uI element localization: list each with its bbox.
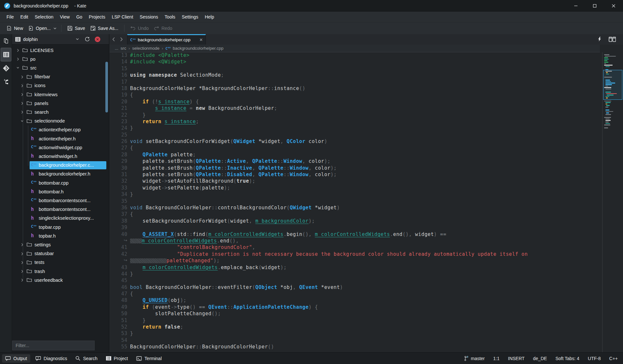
project-close-icon[interactable] xyxy=(95,36,100,42)
tree-item-actiontexthelper-cpp[interactable]: C++actiontexthelper.cpp xyxy=(12,125,109,134)
code-line[interactable]: 53} xyxy=(110,331,602,337)
tab-backgroundcolorhelper[interactable]: C++ backgroundcolorhelper.cpp ✕ xyxy=(127,34,206,45)
chevron-right-icon[interactable] xyxy=(17,48,19,52)
code-line[interactable]: 35 xyxy=(110,198,602,205)
code-line[interactable]: 28 QPalette palette; xyxy=(110,152,602,158)
tree-item-panels[interactable]: panels xyxy=(12,99,109,108)
code-line[interactable]: 51 } xyxy=(110,318,602,324)
menu-file[interactable]: File xyxy=(3,13,17,21)
code-view[interactable]: 13#include <QPalette>14#include <QWidget… xyxy=(110,52,602,352)
tree-item-selectionmode[interactable]: selectionmode xyxy=(12,117,109,125)
tree-filter-input[interactable] xyxy=(12,341,95,350)
code-line[interactable]: 21 s_instance = new BackgroundColorHelpe… xyxy=(110,105,602,112)
tree-item-actionwithwidget-h[interactable]: hactionwithwidget.h xyxy=(12,152,109,161)
menu-sessions[interactable]: Sessions xyxy=(137,13,162,21)
code-line[interactable]: 22 } xyxy=(110,112,602,119)
sidebar-git-icon[interactable] xyxy=(0,61,12,75)
breadcrumb-folder-selectionmode[interactable]: selectionmode xyxy=(132,46,160,51)
tree-item-singleclickselectionproxy-[interactable]: hsingleclickselectionproxy... xyxy=(12,214,109,223)
code-line[interactable]: 17 xyxy=(110,79,602,85)
tree-item-backgroundcolorhelper-c-[interactable]: C++backgroundcolorhelper.c... xyxy=(12,161,109,170)
code-line[interactable]: 49 if (event->type() == QEvent::Applicat… xyxy=(110,304,602,311)
encoding-status[interactable]: UTF-8 xyxy=(588,356,601,361)
code-line[interactable]: 18BackgroundColorHelper *BackgroundColor… xyxy=(110,85,602,92)
tree-item-icons[interactable]: icons xyxy=(12,81,109,90)
cursor-position-status[interactable]: 1:1 xyxy=(493,356,499,361)
open-dropdown-chevron-icon[interactable] xyxy=(53,27,57,30)
tree-item-trash[interactable]: trash xyxy=(12,267,109,276)
tree-item-actionwithwidget-cpp[interactable]: C++actionwithwidget.cpp xyxy=(12,143,109,152)
sidebar-documents-icon[interactable] xyxy=(0,34,12,48)
code-line[interactable]: 40 Q_ASSERT_X(std::find(m_colorControlle… xyxy=(110,231,602,238)
new-button[interactable]: New xyxy=(4,24,26,32)
tree-item-bottombarcontentscont-[interactable]: C++bottombarcontentscont... xyxy=(12,196,109,205)
save-as-button[interactable]: Save As... xyxy=(88,24,121,32)
code-line[interactable]: 30 palette.setBrush(QPalette::Inactive, … xyxy=(110,165,602,172)
tree-item-kitemviews[interactable]: kitemviews xyxy=(12,90,109,99)
code-line[interactable]: 55BackgroundColorHelper::BackgroundColor… xyxy=(110,344,602,350)
project-refresh-icon[interactable] xyxy=(85,36,90,42)
terminal-panel-button[interactable]: Terminal xyxy=(133,354,165,363)
input-mode-status[interactable]: INSERT xyxy=(508,356,524,361)
code-line[interactable]: 44} xyxy=(110,271,602,278)
save-button[interactable]: Save xyxy=(65,24,88,32)
chevron-right-icon[interactable] xyxy=(21,93,23,97)
tree-item-tests[interactable]: tests xyxy=(12,258,109,267)
code-line[interactable]: 42 "Duplicate insertion is not necessary… xyxy=(110,251,602,258)
code-line[interactable]: 39 xyxy=(110,225,602,231)
breadcrumb-file[interactable]: backgroundcolorhelper.cpp xyxy=(173,46,223,51)
tree-item-search[interactable]: search xyxy=(12,108,109,116)
chevron-down-icon[interactable] xyxy=(21,119,23,123)
breadcrumb-ellipsis[interactable]: ... xyxy=(115,46,118,51)
menu-settings[interactable]: Settings xyxy=(179,13,202,21)
menu-edit[interactable]: Edit xyxy=(17,13,32,21)
redo-button[interactable]: Redo xyxy=(151,24,175,32)
tree-item-filterbar[interactable]: filterbar xyxy=(12,72,109,81)
menu-help[interactable]: Help xyxy=(202,13,218,21)
code-line[interactable]: 23 return s_instance; xyxy=(110,119,602,125)
project-panel-button[interactable]: Project xyxy=(103,354,131,363)
tree-item-actiontexthelper-h[interactable]: hactiontexthelper.h xyxy=(12,134,109,143)
code-line[interactable]: 27{ xyxy=(110,145,602,151)
code-line[interactable]: 34} xyxy=(110,191,602,198)
tree-item-licenses[interactable]: LICENSES xyxy=(12,46,109,55)
code-line[interactable]: 20 if (!s_instance) { xyxy=(110,99,602,105)
code-line[interactable]: 36void BackgroundColorHelper::controlBac… xyxy=(110,205,602,211)
maximize-button[interactable] xyxy=(585,0,604,12)
tree-item-src[interactable]: src xyxy=(12,63,109,72)
code-line[interactable]: 38 setBackgroundColorForWidget(widget, m… xyxy=(110,218,602,225)
chevron-right-icon[interactable] xyxy=(21,101,23,105)
tab-mode-status[interactable]: Soft Tabs: 4 xyxy=(555,356,579,361)
tree-item-bottombar-h[interactable]: hbottombar.h xyxy=(12,187,109,196)
tree-item-topbar-cpp[interactable]: C++topbar.cpp xyxy=(12,223,109,231)
code-line[interactable]: 43 m_colorControlledWidgets.emplace_back… xyxy=(110,265,602,271)
chevron-right-icon[interactable] xyxy=(21,75,23,79)
tree-scrollbar[interactable] xyxy=(105,62,108,112)
code-line[interactable]: 45 xyxy=(110,278,602,284)
output-panel-button[interactable]: Output xyxy=(2,354,30,363)
tree-item-bottombar-cpp[interactable]: C++bottombar.cpp xyxy=(12,178,109,187)
code-line[interactable]: 24} xyxy=(110,125,602,132)
code-line[interactable]: 16using namespace SelectionMode; xyxy=(110,72,602,79)
tree-item-userfeedback[interactable]: userfeedback xyxy=(12,276,109,284)
minimap-scrollbar[interactable] xyxy=(602,52,623,352)
language-status[interactable]: C++ xyxy=(609,356,618,361)
undo-button[interactable]: Undo xyxy=(128,24,151,32)
tree-item-statusbar[interactable]: statusbar xyxy=(12,249,109,258)
search-panel-button[interactable]: Search xyxy=(72,354,100,363)
chevron-right-icon[interactable] xyxy=(21,261,23,265)
tree-item-po[interactable]: po xyxy=(12,55,109,63)
sidebar-projects-icon[interactable] xyxy=(1,48,11,61)
project-dropdown-chevron-icon[interactable] xyxy=(76,38,79,40)
menu-selection[interactable]: Selection xyxy=(32,13,57,21)
code-line[interactable]: 54 xyxy=(110,337,602,344)
chevron-down-icon[interactable] xyxy=(17,66,19,70)
code-line[interactable]: 26void setBackgroundColorForWidget(QWidg… xyxy=(110,138,602,145)
code-line[interactable]: 41 "controlBackgroundColor", xyxy=(110,244,602,251)
chevron-right-icon[interactable] xyxy=(21,243,23,247)
code-line[interactable]: 37{ xyxy=(110,211,602,218)
code-line[interactable]: 32 widget->setAutoFillBackground(true); xyxy=(110,178,602,185)
code-line[interactable]: ↪paletteChanged"); xyxy=(110,258,602,264)
history-forward-icon[interactable] xyxy=(117,34,125,45)
code-line[interactable]: 50 slotPaletteChanged(); xyxy=(110,311,602,317)
